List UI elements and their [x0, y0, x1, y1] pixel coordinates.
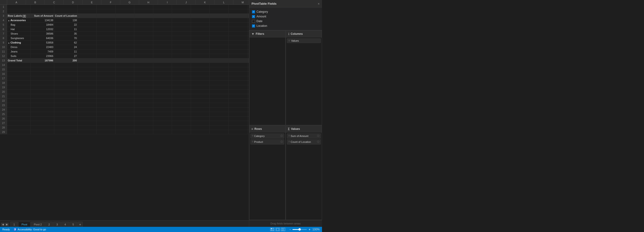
cell[interactable]: [191, 130, 210, 134]
cell[interactable]: [78, 5, 97, 9]
cell[interactable]: [31, 9, 54, 13]
cell[interactable]: [210, 36, 229, 40]
cell[interactable]: [7, 76, 31, 81]
cell[interactable]: [78, 67, 97, 72]
cell[interactable]: [153, 103, 172, 107]
cell[interactable]: [248, 63, 249, 67]
cell[interactable]: [191, 99, 210, 103]
cell[interactable]: [172, 18, 191, 22]
cell[interactable]: [97, 90, 116, 94]
cell[interactable]: [172, 45, 191, 49]
cell[interactable]: [229, 90, 248, 94]
cell[interactable]: [210, 14, 229, 18]
cell[interactable]: [229, 103, 248, 107]
cell[interactable]: [153, 36, 172, 40]
cell[interactable]: [191, 125, 210, 130]
add-sheet-button[interactable]: +: [78, 222, 83, 227]
cell[interactable]: [116, 40, 134, 45]
cell[interactable]: [31, 125, 54, 130]
cell[interactable]: [7, 121, 31, 125]
cell[interactable]: [210, 103, 229, 107]
cell[interactable]: [78, 112, 97, 116]
cell[interactable]: [134, 90, 153, 94]
cell[interactable]: [153, 121, 172, 125]
cell[interactable]: [54, 94, 78, 98]
cell[interactable]: 27: [54, 54, 78, 58]
date-checkbox[interactable]: [252, 20, 255, 23]
cell[interactable]: 22483: [31, 45, 54, 49]
cell[interactable]: [54, 108, 78, 112]
cell[interactable]: [153, 23, 172, 27]
cell[interactable]: [172, 31, 191, 36]
location-checkbox[interactable]: [252, 24, 255, 27]
cell[interactable]: [116, 125, 134, 130]
cell[interactable]: [248, 121, 249, 125]
cell[interactable]: [191, 9, 210, 13]
cell[interactable]: [78, 81, 97, 85]
cell[interactable]: [78, 63, 97, 67]
cell[interactable]: [210, 40, 229, 45]
cell[interactable]: [78, 121, 97, 125]
cell[interactable]: [153, 5, 172, 9]
cell[interactable]: [78, 76, 97, 81]
cell[interactable]: [54, 99, 78, 103]
cell[interactable]: [78, 103, 97, 107]
cell[interactable]: [116, 54, 134, 58]
cell[interactable]: [191, 27, 210, 31]
cell[interactable]: [172, 103, 191, 107]
cell[interactable]: [210, 23, 229, 27]
cell[interactable]: [229, 76, 248, 81]
cell[interactable]: Shoes: [7, 31, 31, 36]
cell[interactable]: [97, 76, 116, 81]
cell[interactable]: [134, 58, 153, 63]
cell[interactable]: [153, 27, 172, 31]
cell[interactable]: 200: [54, 58, 78, 63]
cell[interactable]: [134, 94, 153, 98]
cell[interactable]: [210, 54, 229, 58]
cell[interactable]: [248, 99, 249, 103]
cell[interactable]: [191, 116, 210, 121]
cell[interactable]: [97, 23, 116, 27]
rows-item-category[interactable]: ⠿ Category ⓘ: [250, 133, 284, 139]
sheet-tab-3[interactable]: 3: [53, 222, 61, 227]
cell[interactable]: [54, 116, 78, 121]
cell[interactable]: [229, 108, 248, 112]
pivot-field-amount[interactable]: Amount: [251, 14, 320, 19]
cell[interactable]: [7, 63, 31, 67]
cell[interactable]: [31, 108, 54, 112]
cell[interactable]: [7, 81, 31, 85]
cell[interactable]: [31, 90, 54, 94]
category-checkbox[interactable]: [252, 10, 255, 13]
cell[interactable]: [229, 40, 248, 45]
values-placeholder[interactable]: ⠿ Values: [287, 38, 321, 43]
amount-checkbox[interactable]: [252, 15, 255, 18]
cell[interactable]: [97, 49, 116, 54]
cell[interactable]: 7409: [31, 49, 54, 54]
cell[interactable]: [153, 63, 172, 67]
cell[interactable]: [31, 99, 54, 103]
cell[interactable]: [31, 72, 54, 76]
cell[interactable]: [116, 63, 134, 67]
cell[interactable]: [7, 5, 31, 9]
cell[interactable]: [229, 63, 248, 67]
cell[interactable]: [134, 14, 153, 18]
cell[interactable]: [172, 90, 191, 94]
page-layout-view-icon[interactable]: [276, 228, 280, 231]
cell[interactable]: [210, 125, 229, 130]
cell[interactable]: [134, 99, 153, 103]
cell[interactable]: [78, 23, 97, 27]
cell[interactable]: [134, 23, 153, 27]
sheet-tab-1[interactable]: 1: [10, 222, 18, 227]
cell[interactable]: [248, 58, 249, 63]
cell[interactable]: [172, 40, 191, 45]
cell[interactable]: [229, 5, 248, 9]
cell[interactable]: [78, 58, 97, 63]
cell[interactable]: [97, 67, 116, 72]
cell[interactable]: [172, 121, 191, 125]
cell[interactable]: ▲ Clothing: [7, 40, 31, 45]
cell[interactable]: [97, 58, 116, 63]
cell[interactable]: [78, 108, 97, 112]
cell[interactable]: [31, 63, 54, 67]
cell[interactable]: 24: [54, 45, 78, 49]
cell[interactable]: [248, 90, 249, 94]
